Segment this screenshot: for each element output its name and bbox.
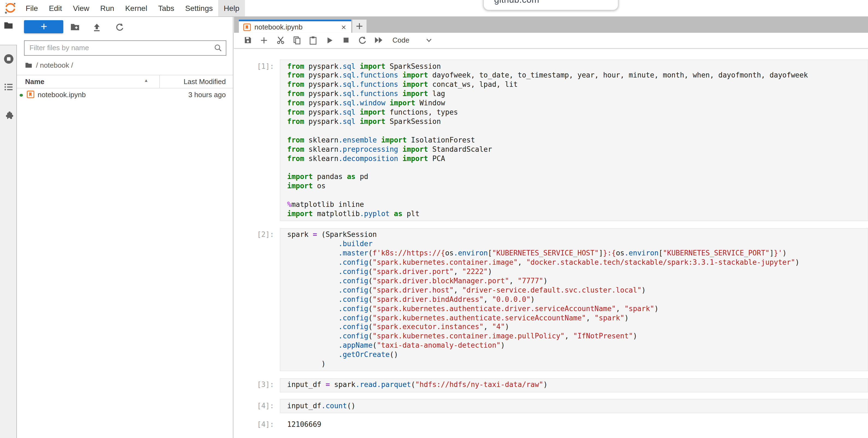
close-icon[interactable]: × — [341, 23, 346, 31]
copy-icon[interactable] — [292, 36, 301, 45]
column-last-modified[interactable]: Last Modified — [184, 77, 226, 85]
extensions-icon[interactable] — [0, 111, 17, 121]
code-cell: [4]:input_df.count() — [234, 399, 868, 413]
run-icon[interactable] — [325, 36, 334, 45]
browser-popup: github.com — [483, 0, 618, 10]
cell-input[interactable]: from pyspark.sql import SparkSessionfrom… — [280, 59, 868, 221]
dock-tab-bar: notebook.ipynb × — [234, 17, 868, 33]
popup-text: github.com — [494, 0, 539, 5]
notebook-content: [1]:from pyspark.sql import SparkSession… — [234, 49, 868, 438]
file-row[interactable]: notebook.ipynb3 hours ago — [17, 88, 232, 101]
folder-icon — [25, 62, 32, 68]
file-browser-icon[interactable] — [0, 21, 17, 29]
chevron-down-icon[interactable] — [426, 38, 432, 42]
add-cell-icon[interactable] — [259, 36, 269, 45]
restart-kernel-icon[interactable] — [358, 36, 367, 45]
save-icon[interactable] — [243, 36, 252, 45]
new-tab-button[interactable] — [352, 20, 366, 33]
running-kernel-dot — [20, 94, 23, 97]
file-list: notebook.ipynb3 hours ago — [17, 88, 232, 101]
output-cell: [4]:12106669 — [234, 418, 868, 430]
cell-input[interactable]: input_df = spark.read.parquet("hdfs://hd… — [280, 378, 868, 392]
sort-ascending-icon: ▲ — [144, 78, 148, 83]
menu-kernel[interactable]: Kernel — [120, 0, 153, 17]
new-launcher-button[interactable] — [24, 20, 63, 33]
cell-prompt: [2]: — [234, 228, 280, 372]
cell-prompt: [3]: — [234, 378, 280, 392]
main-dock: notebook.ipynb × — [234, 17, 868, 438]
sidebar-strip-background — [0, 45, 17, 438]
new-folder-icon[interactable] — [70, 22, 80, 32]
refresh-icon[interactable] — [115, 22, 124, 32]
tab-notebook[interactable]: notebook.ipynb × — [239, 20, 351, 33]
menu-help[interactable]: Help — [218, 0, 245, 17]
table-of-contents-icon[interactable] — [0, 83, 17, 91]
cell-input[interactable]: input_df.count() — [280, 399, 868, 413]
jupyter-logo-icon — [4, 2, 17, 15]
breadcrumb-path: / notebook / — [36, 61, 73, 69]
jupyterlab-window: FileEditViewRunKernelTabsSettingsHelp gi… — [0, 0, 868, 438]
cell-input[interactable]: spark = (SparkSession .builder .master(f… — [280, 228, 868, 372]
menu-file[interactable]: File — [20, 0, 43, 17]
file-listing-header: Name ▲ Last Modified — [17, 75, 232, 88]
code-cell: [1]:from pyspark.sql import SparkSession… — [234, 59, 868, 221]
menu-edit[interactable]: Edit — [43, 0, 67, 17]
notebook-toolbar: Code — [234, 33, 868, 48]
file-filter-input[interactable] — [25, 41, 226, 55]
code-cell: [3]:input_df = spark.read.parquet("hdfs:… — [234, 378, 868, 392]
fast-forward-icon[interactable] — [374, 36, 383, 45]
menu-tabs[interactable]: Tabs — [153, 0, 180, 17]
cell-list: [1]:from pyspark.sql import SparkSession… — [234, 59, 868, 430]
running-sessions-icon[interactable] — [0, 54, 17, 64]
notebook-icon — [27, 91, 34, 98]
breadcrumb[interactable]: / notebook / — [25, 61, 73, 70]
left-sidebar — [0, 17, 17, 438]
stop-icon[interactable] — [341, 36, 350, 45]
menu-bar: FileEditViewRunKernelTabsSettingsHelp gi… — [0, 0, 868, 17]
menu-settings[interactable]: Settings — [180, 0, 218, 17]
menu-run[interactable]: Run — [95, 0, 120, 17]
file-name: notebook.ipynb — [38, 90, 86, 98]
cell-type-select[interactable]: Code — [393, 36, 409, 45]
menu-items: FileEditViewRunKernelTabsSettingsHelp — [20, 0, 245, 17]
file-modified: 3 hours ago — [188, 90, 226, 98]
file-filter-box — [24, 40, 226, 55]
column-name[interactable]: Name — [25, 77, 44, 85]
menu-view[interactable]: View — [67, 0, 95, 17]
notebook-icon — [243, 23, 251, 31]
cell-prompt: [4]: — [234, 399, 280, 413]
paste-icon[interactable] — [308, 36, 318, 45]
cell-output-text: 12106669 — [280, 418, 321, 430]
search-icon — [214, 43, 222, 52]
column-divider — [159, 75, 160, 88]
code-cell: [2]:spark = (SparkSession .builder .mast… — [234, 228, 868, 372]
cell-prompt: [1]: — [234, 59, 280, 221]
upload-icon[interactable] — [92, 22, 101, 32]
cell-prompt: [4]: — [234, 418, 280, 430]
file-browser-panel: / notebook / Name ▲ Last Modified notebo… — [17, 17, 233, 438]
tab-title: notebook.ipynb — [254, 23, 303, 31]
cut-icon[interactable] — [276, 36, 285, 45]
